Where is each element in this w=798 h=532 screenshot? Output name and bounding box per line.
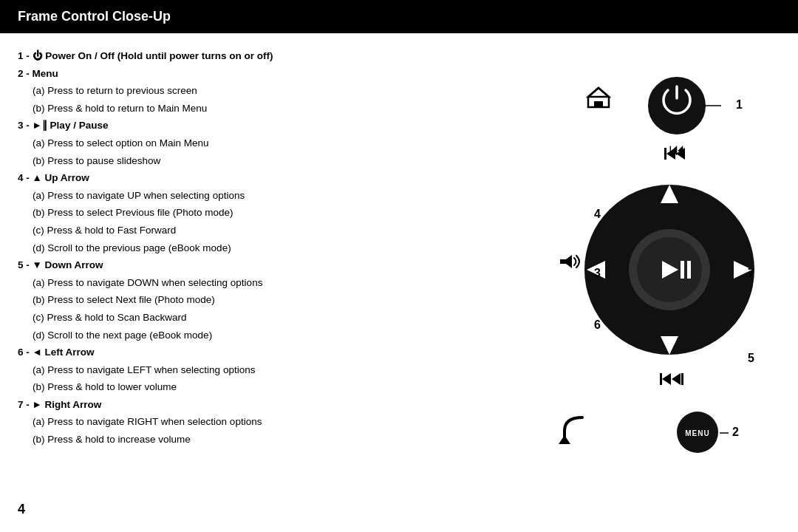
- item-7-sub: (a) Press to navigate RIGHT when selecti…: [18, 414, 485, 430]
- svg-rect-4: [594, 101, 603, 107]
- item-5-sub: (d) Scroll to the next page (eBook mode): [18, 327, 485, 344]
- item-5-sub: (b) Press to select Next file (Photo mod…: [18, 292, 485, 308]
- svg-rect-26: [660, 373, 662, 385]
- svg-rect-15: [687, 261, 691, 279]
- svg-marker-30: [559, 435, 570, 444]
- text-section: 1 - ⏻ Power On / Off (Hold until power t…: [18, 48, 485, 484]
- svg-marker-28: [672, 373, 681, 385]
- svg-text:MENU: MENU: [685, 429, 709, 437]
- svg-marker-3: [588, 88, 609, 97]
- item-5-sub: (a) Press to navigate DOWN when selectin…: [18, 275, 485, 291]
- svg-text:7: 7: [748, 267, 754, 279]
- item-2-sub: (b) Press & hold to return to Main Menu: [18, 100, 485, 117]
- svg-marker-27: [662, 373, 671, 385]
- item-2-label: 2 - Menu: [18, 66, 485, 82]
- svg-rect-14: [681, 261, 684, 279]
- svg-text:3: 3: [594, 267, 601, 279]
- item-3-sub: (b) Press to pause slideshow: [18, 153, 485, 169]
- item-7-label: 7 - ► Right Arrow: [18, 397, 485, 413]
- item-6-label: 6 - ◄ Left Arrow: [18, 344, 485, 361]
- item-4-sub: (c) Press & hold to Fast Forward: [18, 222, 485, 239]
- item-2-sub: (a) Press to return to previous screen: [18, 83, 485, 99]
- item-1-label: 1 - ⏻ Power On / Off (Hold until power t…: [18, 48, 485, 64]
- diagram-section: 1 ⏮: [499, 48, 780, 484]
- svg-text:1: 1: [736, 98, 743, 111]
- svg-marker-20: [560, 255, 572, 268]
- item-4-sub: (a) Press to navigate UP when selecting …: [18, 188, 485, 204]
- item-7-sub: (b) Press & hold to increase volume: [18, 432, 485, 448]
- page-header: Frame Control Close-Up: [0, 0, 798, 33]
- item-6-sub: (a) Press to navigate LEFT when selectin…: [18, 362, 485, 378]
- item-3-sub: (a) Press to select option on Main Menu: [18, 135, 485, 151]
- svg-rect-7: [664, 148, 666, 160]
- svg-text:5: 5: [748, 352, 754, 364]
- item-6-sub: (b) Press & hold to lower volume: [18, 379, 485, 395]
- item-4-label: 4 - ▲ Up Arrow: [18, 170, 485, 186]
- svg-text:4: 4: [594, 208, 601, 220]
- header-title: Frame Control Close-Up: [18, 9, 171, 24]
- item-5-sub: (c) Press & hold to Scan Backward: [18, 310, 485, 326]
- svg-text:6: 6: [594, 318, 601, 331]
- item-4-sub: (d) Scroll to the previous page (eBook m…: [18, 240, 485, 256]
- remote-diagram: 1 ⏮: [507, 55, 773, 484]
- svg-text:2: 2: [732, 426, 739, 438]
- item-4-sub: (b) Press to select Previous file (Photo…: [18, 205, 485, 221]
- item-5-label: 5 - ▼ Down Arrow: [18, 257, 485, 273]
- page-number: 4: [18, 502, 25, 517]
- item-3-label: 3 - ►‖ Play / Pause: [18, 117, 485, 134]
- svg-rect-29: [681, 373, 683, 385]
